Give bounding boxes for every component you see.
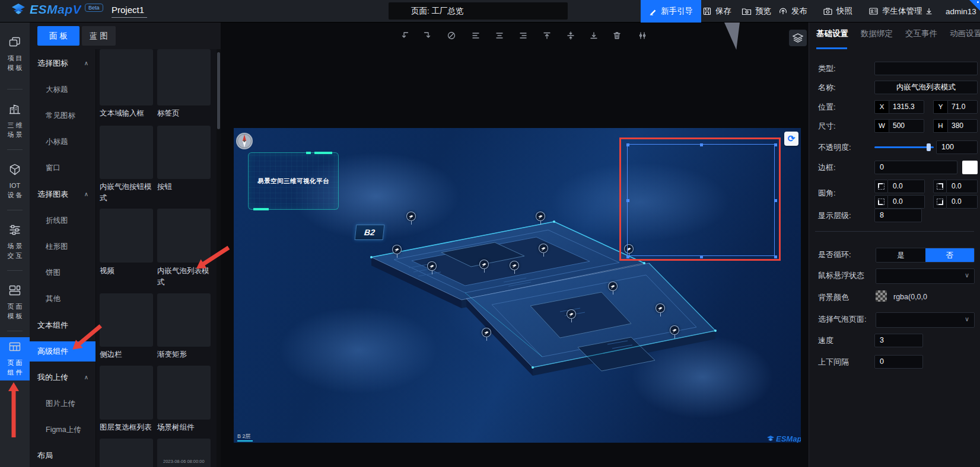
project-name[interactable]: Project1 <box>112 5 147 18</box>
component-thumb-图层复选框列表[interactable] <box>100 366 153 420</box>
hover-state-select[interactable]: ∨ <box>876 268 975 284</box>
selection-handle[interactable] <box>774 199 777 202</box>
y-input[interactable]: 71.0 <box>947 100 978 114</box>
component-thumb-内嵌气泡按钮模式[interactable] <box>100 126 153 179</box>
guide-button[interactable]: 新手引导 <box>641 0 701 23</box>
align-middle-button[interactable] <box>562 28 579 45</box>
category-item-14[interactable]: Figma上传 <box>30 423 96 437</box>
align-left-button[interactable] <box>467 28 484 45</box>
selection-handle[interactable] <box>774 143 777 146</box>
preview-button[interactable]: 预览 <box>738 0 775 23</box>
inspector-tab-动画设置[interactable]: 动画设置 <box>950 28 980 39</box>
rotate-view-button[interactable]: ⟳ <box>784 132 798 146</box>
rail-item-iot-device[interactable]: IOT 设 备 <box>0 160 30 203</box>
radius-bottomleft-input[interactable]: 0.0 <box>888 195 925 209</box>
category-item-2[interactable]: 常见图标 <box>30 108 96 123</box>
category-item-8[interactable]: 饼图 <box>30 266 96 280</box>
rail-item-scene-3d[interactable]: 三 维 场 景 <box>0 100 30 143</box>
component-thumb-内嵌气泡列表模式[interactable] <box>157 209 211 263</box>
component-thumb-标签页[interactable] <box>157 49 211 105</box>
category-item-5[interactable]: 选择图表∧ <box>30 187 96 201</box>
rail-item-scene-interact[interactable]: 场 景 交 互 <box>0 220 30 264</box>
component-thumb-场景树组件[interactable] <box>157 366 211 420</box>
width-input[interactable]: 500 <box>889 119 924 133</box>
category-item-9[interactable]: 其他 <box>30 292 96 306</box>
compass[interactable] <box>236 132 253 152</box>
align-right-button[interactable] <box>515 28 532 45</box>
bubble-page-select[interactable]: ∨ <box>876 312 975 328</box>
inspector-tab-交互事件[interactable]: 交互事件 <box>905 28 937 39</box>
category-item-1[interactable]: 大标题 <box>30 82 96 97</box>
inspector-tab-基础设置[interactable]: 基础设置 <box>816 28 848 39</box>
type-input[interactable] <box>874 62 978 75</box>
chevron-up-icon[interactable]: ∧ <box>84 370 88 385</box>
align-top-button[interactable] <box>539 28 555 45</box>
category-item-0[interactable]: 选择图标∧ <box>30 56 96 71</box>
selection-handle[interactable] <box>700 255 703 258</box>
snapshot-button[interactable]: 快照 <box>819 0 856 23</box>
tab-blueprint[interactable]: 蓝 图 <box>82 26 116 46</box>
undo-button[interactable] <box>397 28 413 45</box>
chevron-up-icon[interactable]: ∧ <box>84 187 88 201</box>
radius-topleft-input[interactable]: 0.0 <box>888 180 925 193</box>
inspector-tab-数据绑定[interactable]: 数据绑定 <box>861 28 893 39</box>
border-input[interactable]: 0 <box>874 161 957 174</box>
component-thumb-视频[interactable] <box>100 209 153 263</box>
vertical-gap-input[interactable]: 0 <box>874 355 923 369</box>
radius-topright-input[interactable]: 0.0 <box>947 180 978 193</box>
selection-handle[interactable] <box>700 143 703 146</box>
component-thumb-row5-col1[interactable]: 2023-08-06 08:00:00 <box>157 439 211 467</box>
delete-button[interactable] <box>609 28 625 45</box>
floor-tag-b2[interactable]: B2 <box>355 225 385 240</box>
category-item-11[interactable]: 高级组件 <box>30 344 96 359</box>
scene-viewport[interactable]: 易景空间三维可视化平台 B2 ⟳ B 2层 ESMap <box>234 128 801 443</box>
border-color-swatch[interactable] <box>962 161 978 174</box>
publish-button[interactable]: 发布 <box>775 0 811 23</box>
selected-component-outline[interactable] <box>627 144 775 256</box>
category-item-7[interactable]: 柱形图 <box>30 239 96 254</box>
floor-indicator[interactable]: B 2层 <box>237 433 251 440</box>
component-thumb-文本域输入框[interactable] <box>100 49 153 105</box>
rail-item-project-template[interactable]: 项 目 模 板 <box>0 33 30 76</box>
selection-handle[interactable] <box>626 255 629 258</box>
name-input[interactable]: 内嵌气泡列表模式 <box>874 81 978 94</box>
opacity-input[interactable]: 100 <box>936 140 978 154</box>
opacity-slider[interactable] <box>874 146 934 148</box>
opacity-slider-handle[interactable] <box>927 143 931 151</box>
loop-toggle[interactable]: 是 否 <box>876 248 975 263</box>
download-button[interactable] <box>921 0 937 23</box>
chevron-up-icon[interactable]: ∧ <box>84 56 88 71</box>
component-thumb-侧边栏[interactable] <box>100 293 153 347</box>
twin-manage-button[interactable]: 孪生体管理 <box>865 0 926 23</box>
category-item-6[interactable]: 折线图 <box>30 213 96 228</box>
align-bottom-button[interactable] <box>586 28 602 45</box>
scrollbar[interactable] <box>217 23 221 467</box>
loop-no-option[interactable]: 否 <box>925 248 975 262</box>
bg-color-swatch[interactable] <box>876 290 887 302</box>
selection-handle[interactable] <box>774 255 777 258</box>
category-item-3[interactable]: 小标题 <box>30 135 96 149</box>
height-input[interactable]: 380 <box>947 119 978 133</box>
category-item-12[interactable]: 我的上传∧ <box>30 370 96 385</box>
clear-button[interactable] <box>443 28 460 45</box>
layers-button[interactable] <box>789 30 807 46</box>
component-thumb-row5-col0[interactable] <box>100 439 153 467</box>
radius-bottomright-input[interactable]: 0.0 <box>947 195 978 209</box>
category-item-10[interactable]: 文本组件 <box>30 318 96 332</box>
category-item-13[interactable]: 图片上传 <box>30 396 96 411</box>
x-input[interactable]: 1315.3 <box>889 100 924 114</box>
category-item-4[interactable]: 窗口 <box>30 161 96 175</box>
distribute-horizontal-button[interactable] <box>634 28 651 45</box>
component-thumb-按钮[interactable] <box>157 126 211 179</box>
loop-yes-option[interactable]: 是 <box>876 248 925 262</box>
component-thumb-渐变矩形[interactable] <box>157 293 211 347</box>
tab-panel[interactable]: 面 板 <box>37 26 79 46</box>
speed-input[interactable]: 3 <box>874 334 923 347</box>
rail-item-page-template[interactable]: 页 面 模 板 <box>0 281 30 324</box>
selection-handle[interactable] <box>626 143 629 146</box>
rail-item-page-component[interactable]: 页 面 组 件 <box>0 337 30 380</box>
page-name-input[interactable]: 页面: 工厂总览 <box>389 2 568 20</box>
selection-handle[interactable] <box>626 199 629 202</box>
scrollbar-thumb[interactable] <box>217 52 220 129</box>
align-center-button[interactable] <box>491 28 508 45</box>
